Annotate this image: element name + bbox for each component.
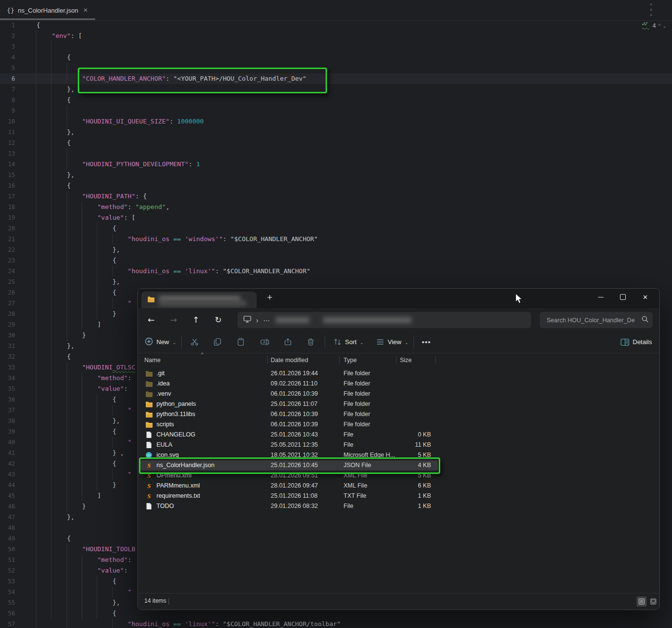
inspection-prev-next-icons[interactable]: ^⌄ xyxy=(658,23,669,29)
close-button[interactable]: ✕ xyxy=(634,289,656,305)
line-number: 20 xyxy=(0,223,15,234)
maximize-button[interactable] xyxy=(612,289,634,305)
inspections-widget[interactable]: ✓✓ 4 ^⌄ xyxy=(641,21,669,30)
explorer-tab[interactable] xyxy=(141,292,257,308)
folder-icon xyxy=(145,420,153,429)
file-name[interactable]: scripts xyxy=(156,419,174,430)
file-row--venv[interactable]: .venv06.01.2026 10:39File folder xyxy=(140,389,438,399)
file-date-modified: 06.01.2026 10:39 xyxy=(271,419,318,430)
file-name[interactable]: PARMmenu.xml xyxy=(156,481,200,491)
code-line: }, xyxy=(36,277,120,287)
copy-icon xyxy=(213,338,222,346)
file-name[interactable]: .venv xyxy=(156,389,171,399)
sort-button[interactable]: Sort ⌄ xyxy=(333,331,363,352)
file-row--idea[interactable]: .idea09.02.2026 11:10File folder xyxy=(140,379,438,389)
file-row-python-panels[interactable]: python_panels25.01.2026 11:07File folder xyxy=(140,399,438,409)
address-bar[interactable]: › ⋯ xyxy=(238,312,531,328)
file-name[interactable]: .idea xyxy=(156,379,170,389)
new-button[interactable]: New ⌄ xyxy=(145,331,176,352)
refresh-button[interactable]: ↻ xyxy=(212,314,224,326)
file-name[interactable]: .git xyxy=(156,368,165,379)
file-row-eula[interactable]: EULA25.05.2021 12:35File11 KB xyxy=(140,440,438,450)
file-row--git[interactable]: .git26.01.2026 19:44File folder xyxy=(140,368,438,379)
code-line: "value": xyxy=(36,384,132,394)
line-number: 34 xyxy=(0,373,15,384)
line-number: 46 xyxy=(0,501,15,512)
search-input[interactable] xyxy=(546,316,641,324)
file-name[interactable]: python_panels xyxy=(156,399,196,409)
code-line: "houdini_os == 'linux'": "$COLOR_HANDLER… xyxy=(36,619,341,628)
line-number: 16 xyxy=(0,180,15,191)
paste-button[interactable] xyxy=(237,331,245,352)
inspection-count: 4 xyxy=(653,22,656,29)
paste-icon xyxy=(237,338,245,346)
file-row-todo[interactable]: TODO29.01.2026 08:32File1 KB xyxy=(140,501,438,511)
file-type: XML File xyxy=(344,481,367,491)
file-name[interactable]: TODO xyxy=(156,501,174,511)
share-button[interactable] xyxy=(284,331,292,352)
file-row-scripts[interactable]: scripts06.01.2026 10:39File folder xyxy=(140,419,438,430)
search-icon[interactable] xyxy=(641,315,649,325)
line-number: 22 xyxy=(0,244,15,255)
code-line: "method": xyxy=(36,555,136,565)
code-line: "method": "append", xyxy=(36,202,170,212)
delete-button[interactable] xyxy=(307,331,315,352)
tab-close-icon[interactable]: ✕ xyxy=(83,7,88,14)
forward-button[interactable]: → xyxy=(167,314,180,326)
search-box[interactable] xyxy=(540,312,653,328)
column-header-size[interactable]: Size xyxy=(400,357,412,364)
file-name[interactable]: python3.11libs xyxy=(156,409,195,419)
cut-button[interactable] xyxy=(190,331,199,352)
blurred-path-segment xyxy=(276,317,310,323)
view-button[interactable]: View ⌄ xyxy=(376,331,409,352)
tab-bar-more-icon[interactable] xyxy=(650,3,654,18)
code-line: ] xyxy=(36,490,101,501)
rename-button[interactable]: A xyxy=(260,331,269,352)
file-row-parmmenu-xml[interactable]: SPARMmenu.xml28.01.2026 09:47XML File6 K… xyxy=(140,481,438,491)
close-icon: ✕ xyxy=(643,294,648,301)
new-button-label: New xyxy=(156,338,169,346)
code-line: "method": xyxy=(36,373,136,384)
editor-tab-title: ns_ColorHandler.json xyxy=(18,7,78,14)
up-button[interactable]: ↑ xyxy=(190,314,202,326)
code-line: { xyxy=(36,180,70,191)
editor-tab-ns-colorhandler[interactable]: {} ns_ColorHandler.json ✕ xyxy=(0,0,95,20)
copy-button[interactable] xyxy=(213,331,222,352)
column-header-name[interactable]: Name xyxy=(144,357,160,364)
breadcrumb-chevron-icon: › xyxy=(256,316,258,324)
column-header-type[interactable]: Type xyxy=(344,357,357,364)
line-number: 19 xyxy=(0,212,15,223)
rename-icon: A xyxy=(260,338,269,346)
new-tab-button[interactable]: + xyxy=(263,291,276,304)
file-row-changelog[interactable]: CHANGELOG25.01.2026 10:43File0 KB xyxy=(140,430,438,440)
file-date-modified: 09.02.2026 11:10 xyxy=(271,379,317,389)
details-pane-button[interactable]: Details xyxy=(620,331,652,352)
code-line: ] xyxy=(36,319,101,330)
file-size xyxy=(383,419,431,430)
file-name[interactable]: EULA xyxy=(156,440,172,450)
item-count: 14 items xyxy=(144,597,166,604)
file-name[interactable]: CHANGELOG xyxy=(156,430,195,440)
file-row-python3-11libs[interactable]: python3.11libs06.01.2026 10:39File folde… xyxy=(140,409,438,419)
file-explorer-window[interactable]: + ✕ ← → ↑ ↻ › ⋯ xyxy=(138,288,660,610)
more-options-button[interactable]: ••• xyxy=(422,331,431,352)
view-button-label: View xyxy=(388,338,401,346)
line-number: 48 xyxy=(0,523,15,533)
column-header-date[interactable]: Date modified xyxy=(271,357,308,364)
sort-icon xyxy=(333,338,342,346)
code-line: } xyxy=(36,330,86,341)
file-row-requirements-txt[interactable]: Srequirements.txt25.01.2026 11:08TXT Fil… xyxy=(140,491,438,501)
back-button[interactable]: ← xyxy=(145,314,157,326)
file-size xyxy=(383,368,431,379)
file-type: File xyxy=(344,501,353,511)
details-view-toggle[interactable] xyxy=(637,596,647,607)
line-number: 24 xyxy=(0,266,15,277)
thumbnail-view-toggle[interactable] xyxy=(648,596,658,607)
line-number: 54 xyxy=(0,587,15,597)
status-divider xyxy=(169,598,169,605)
minimize-button[interactable] xyxy=(589,289,612,305)
breadcrumb-ellipsis[interactable]: ⋯ xyxy=(263,316,271,324)
file-name[interactable]: requirements.txt xyxy=(156,491,200,501)
code-line: }, xyxy=(36,170,74,180)
code-line: { xyxy=(36,608,116,619)
